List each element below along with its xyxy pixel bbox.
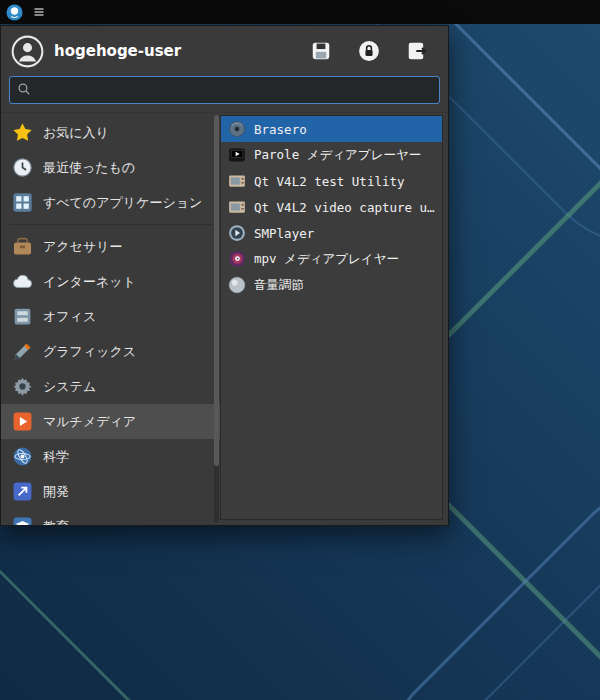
category-list: お気に入り最近使ったものすべてのアプリケーションアクセサリーインターネットオフィ… — [1, 115, 220, 525]
app-item-smplayer[interactable]: SMPlayer — [221, 220, 442, 246]
scrollbar-thumb[interactable] — [214, 115, 219, 466]
app-item-qt[interactable]: Qt V4L2 video capture uti… — [221, 194, 442, 220]
sidebar-item-label: システム — [43, 378, 96, 396]
sidebar-item-development[interactable]: 開発 — [1, 474, 220, 509]
search-input[interactable] — [37, 82, 432, 99]
header-actions — [310, 39, 430, 63]
tasklist-icon[interactable] — [33, 6, 45, 18]
category-sidebar: お気に入り最近使ったものすべてのアプリケーションアクセサリーインターネットオフィ… — [1, 113, 220, 525]
sidebar-item-clock[interactable]: 最近使ったもの — [1, 150, 220, 185]
app-item-label: Parole メディアプレーヤー — [254, 147, 421, 164]
search-icon — [17, 81, 31, 100]
clock-icon — [11, 157, 33, 179]
whisker-menu: hogehoge-user お気に入り最近使ったものすべてのアプリケーションアク… — [0, 25, 449, 526]
education-icon — [11, 516, 33, 526]
parole-icon — [227, 146, 246, 165]
graphics-icon — [11, 341, 33, 363]
user-avatar-icon — [11, 35, 44, 68]
office-icon — [11, 306, 33, 328]
development-icon — [11, 481, 33, 503]
sidebar-item-star[interactable]: お気に入り — [1, 115, 220, 150]
app-item-label: Qt V4L2 video capture uti… — [254, 200, 436, 215]
settings-manager-button[interactable] — [310, 39, 334, 63]
sidebar-item-system[interactable]: システム — [1, 369, 220, 404]
qt-icon — [227, 198, 246, 217]
sidebar-item-internet[interactable]: インターネット — [1, 264, 220, 299]
app-list: BraseroParole メディアプレーヤーQt V4L2 test Util… — [220, 115, 443, 520]
internet-icon — [11, 271, 33, 293]
star-icon — [11, 122, 33, 144]
grid-icon — [11, 192, 33, 214]
sidebar-item-label: マルチメディア — [43, 413, 136, 431]
app-item-volume[interactable]: 音量調節 — [221, 272, 442, 298]
xubuntu-logo-icon[interactable] — [6, 4, 23, 21]
sidebar-item-multimedia[interactable]: マルチメディア — [1, 404, 220, 439]
sidebar-item-label: アクセサリー — [43, 238, 123, 256]
sidebar-scrollbar[interactable] — [214, 115, 219, 523]
wallpaper-shape — [0, 549, 163, 700]
sidebar-item-accessories[interactable]: アクセサリー — [1, 229, 220, 264]
app-item-qt[interactable]: Qt V4L2 test Utility — [221, 168, 442, 194]
sidebar-item-label: オフィス — [43, 308, 96, 326]
lock-screen-button[interactable] — [358, 39, 382, 63]
system-icon — [11, 376, 33, 398]
app-item-parole[interactable]: Parole メディアプレーヤー — [221, 142, 442, 168]
log-out-button[interactable] — [406, 39, 430, 63]
sidebar-separator — [9, 224, 212, 225]
app-item-mpv[interactable]: mpv メディアプレイヤー — [221, 246, 442, 272]
sidebar-item-label: 科学 — [43, 448, 69, 466]
science-icon — [11, 446, 33, 468]
app-item-label: SMPlayer — [254, 226, 314, 241]
smplayer-icon — [227, 224, 246, 243]
sidebar-item-graphics[interactable]: グラフィックス — [1, 334, 220, 369]
brasero-icon — [227, 120, 246, 139]
lock-icon — [358, 40, 382, 62]
mpv-icon — [227, 250, 246, 269]
sidebar-item-label: 最近使ったもの — [43, 159, 135, 177]
accessories-icon — [11, 236, 33, 258]
sidebar-item-label: グラフィックス — [43, 343, 136, 361]
app-item-label: 音量調節 — [254, 277, 304, 294]
sidebar-item-grid[interactable]: すべてのアプリケーション — [1, 185, 220, 220]
sidebar-item-label: すべてのアプリケーション — [43, 194, 202, 212]
volume-icon — [227, 276, 246, 295]
app-item-label: mpv メディアプレイヤー — [254, 251, 399, 268]
multimedia-icon — [11, 411, 33, 433]
sidebar-item-science[interactable]: 科学 — [1, 439, 220, 474]
settings-icon — [310, 40, 334, 62]
app-item-label: Qt V4L2 test Utility — [254, 174, 405, 189]
sidebar-item-label: 教育 — [43, 518, 69, 526]
sidebar-item-label: お気に入り — [43, 124, 109, 142]
sidebar-item-office[interactable]: オフィス — [1, 299, 220, 334]
sidebar-item-label: インターネット — [43, 273, 136, 291]
search-box[interactable] — [9, 76, 440, 104]
app-item-brasero[interactable]: Brasero — [221, 116, 442, 142]
sidebar-item-label: 開発 — [43, 483, 69, 501]
app-item-label: Brasero — [254, 122, 307, 137]
menu-header: hogehoge-user — [1, 26, 448, 72]
qt-icon — [227, 172, 246, 191]
logout-icon — [406, 40, 430, 62]
sidebar-item-education[interactable]: 教育 — [1, 509, 220, 525]
menu-body: お気に入り最近使ったものすべてのアプリケーションアクセサリーインターネットオフィ… — [1, 112, 448, 525]
top-panel — [0, 0, 600, 24]
username-label: hogehoge-user — [54, 42, 310, 60]
